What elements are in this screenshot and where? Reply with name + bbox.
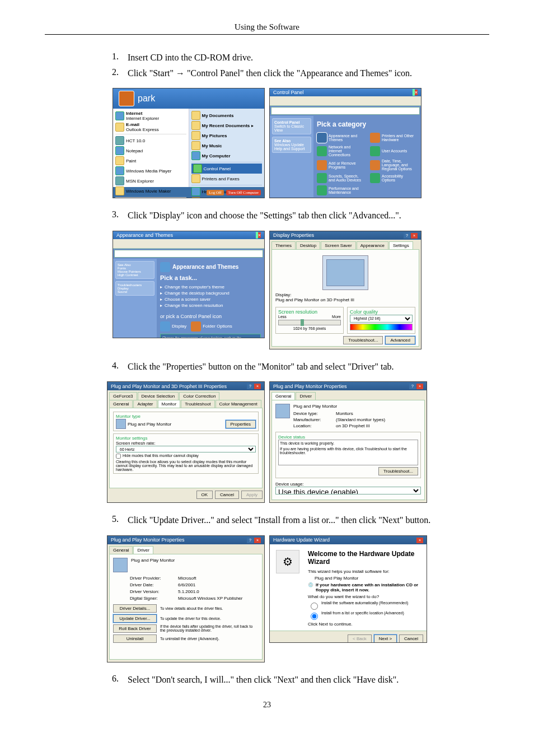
next-button[interactable]: Next > — [374, 634, 397, 643]
sm-wmp[interactable]: Windows Media Player — [115, 166, 186, 176]
cp-icon-folder-options[interactable]: Folder Options — [191, 321, 232, 332]
tab-themes[interactable]: Themes — [271, 241, 296, 249]
advanced-button[interactable]: Advanced — [385, 336, 415, 344]
ok-button[interactable]: OK — [382, 502, 399, 503]
color-quality-select[interactable]: Highest (32 bit) — [350, 315, 413, 323]
cancel-button[interactable]: Cancel — [399, 634, 423, 643]
sm-notepad[interactable]: Notepad — [115, 146, 186, 156]
cancel-button[interactable]: Cancel — [215, 491, 239, 499]
cancel-button[interactable]: Cancel — [401, 502, 425, 503]
cancel-button[interactable]: Cancel — [238, 662, 263, 662]
dv-dd-value: 6/6/2001 — [178, 582, 259, 587]
refresh-rate-select[interactable]: 60 Hertz — [116, 446, 256, 452]
cat-performance[interactable]: Performance and Maintenance — [317, 185, 364, 195]
task-res[interactable]: ▸ Change the screen resolution — [160, 303, 261, 308]
tab-appearance[interactable]: Appearance — [357, 241, 388, 249]
cp-wu[interactable]: Windows Update — [274, 143, 304, 147]
sm-msn[interactable]: MSN Explorer — [115, 176, 186, 186]
cat-sounds[interactable]: Sounds, Speech, and Audio Devices — [317, 173, 364, 183]
tab-monitor[interactable]: Monitor — [158, 400, 181, 408]
help-icon[interactable]: ? — [247, 538, 254, 543]
tab-general[interactable]: General — [271, 392, 295, 400]
close-icon[interactable]: × — [411, 233, 418, 239]
cp-hs[interactable]: Help and Support — [274, 147, 305, 151]
cat-appearance-themes[interactable]: Appearance and Themes — [317, 133, 364, 143]
task-bg[interactable]: ▸ Change the desktop background — [160, 291, 261, 296]
perf-icon — [317, 185, 327, 195]
sm-email[interactable]: E-mailOutlook Express — [115, 122, 186, 133]
tab-troubleshoot[interactable]: Troubleshoot — [181, 400, 214, 408]
tab-driver[interactable]: Driver — [296, 392, 315, 400]
cat-printers[interactable]: Printers and Other Hardware — [370, 133, 418, 143]
close-icon[interactable]: × — [254, 538, 261, 543]
cat-network[interactable]: Network and Internet Connections — [317, 145, 364, 157]
cat-users[interactable]: User Accounts — [370, 145, 418, 157]
apply-button[interactable]: Apply — [241, 491, 263, 499]
ok-button[interactable]: OK — [353, 349, 370, 349]
tab-desktop[interactable]: Desktop — [296, 241, 320, 249]
close-icon[interactable]: × — [416, 384, 423, 389]
driver-details-button[interactable]: Driver Details... — [113, 604, 157, 613]
sm-control-panel[interactable]: Control Panel — [191, 164, 263, 174]
tab-color-mgmt[interactable]: Color Management — [216, 400, 261, 408]
rollback-driver-button[interactable]: Roll Back Driver — [113, 624, 157, 633]
sm-wmm[interactable]: Windows Movie Maker — [115, 186, 186, 196]
help-icon[interactable]: ? — [404, 233, 410, 239]
cp-icon-display[interactable]: Display — [160, 321, 186, 332]
troubleshoot-button[interactable]: Troubleshoot... — [378, 467, 418, 475]
sm-pics[interactable]: My Pictures — [191, 130, 263, 141]
screenshot-advanced-monitor: Plug and Play Monitor and 3D Prophet III… — [107, 381, 265, 503]
sm-internet[interactable]: InternetInternet Explorer — [115, 110, 186, 122]
cp-addressbar[interactable] — [271, 107, 420, 115]
tab-geforce3[interactable]: GeForce3 — [109, 392, 137, 400]
back-button[interactable]: < Back — [348, 634, 372, 643]
troubleshoot-button[interactable]: Troubleshoot... — [343, 336, 383, 344]
mp-dt-label: Device type: — [293, 411, 332, 416]
tab-adapter[interactable]: Adapter — [133, 400, 157, 408]
close-icon[interactable]: × — [258, 232, 261, 238]
properties-button[interactable]: Properties — [226, 420, 256, 428]
cat-accessibility[interactable]: Accessibility Options — [370, 173, 418, 183]
step-1-num: 1. — [112, 52, 128, 64]
cancel-button[interactable]: Cancel — [372, 349, 396, 349]
sm-recent[interactable]: My Recent Documents ▸ — [191, 120, 263, 130]
task-ss[interactable]: ▸ Choose a screen saver — [160, 297, 261, 302]
uninstall-button[interactable]: Uninstall — [113, 634, 157, 643]
close-icon[interactable]: × — [415, 90, 418, 95]
sm-music[interactable]: My Music — [191, 141, 263, 151]
tab-screensaver[interactable]: Screen Saver — [321, 241, 355, 249]
sm-mydocs[interactable]: My Documents — [191, 110, 263, 120]
apply-button[interactable]: Apply — [398, 349, 419, 349]
radio-list[interactable]: Install from a list or specific location… — [308, 611, 421, 620]
cat-datetime[interactable]: Date, Time, Language, and Regional Optio… — [370, 159, 418, 171]
sm-printers[interactable]: Printers and Faxes — [191, 174, 263, 184]
resolution-slider[interactable] — [278, 320, 341, 325]
ok-button[interactable]: OK — [196, 491, 213, 499]
radio-auto[interactable]: Install the software automatically (Reco… — [308, 601, 421, 610]
tab-settings[interactable]: Settings — [389, 241, 413, 249]
ok-button[interactable]: OK — [220, 662, 237, 662]
cat-addremove[interactable]: Add or Remove Programs — [317, 159, 364, 171]
sm-hct[interactable]: HCT 10.0 — [115, 136, 186, 146]
step-2-num: 2. — [112, 67, 128, 80]
help-icon[interactable]: ? — [247, 384, 254, 389]
device-usage-select[interactable]: Use this device (enable) — [275, 487, 421, 494]
wz-q: What do you want the wizard to do? — [308, 594, 421, 599]
hide-modes-checkbox[interactable]: Hide modes that this monitor cannot disp… — [116, 454, 256, 459]
cp-switch-classic[interactable]: Switch to Classic View — [274, 124, 304, 132]
tab-color-correction[interactable]: Color Correction — [179, 392, 219, 400]
help-icon[interactable]: ? — [409, 384, 416, 389]
logoff-button[interactable]: Log Off — [207, 190, 224, 195]
close-icon[interactable]: × — [254, 384, 261, 389]
update-driver-button[interactable]: Update Driver... — [113, 614, 157, 623]
tab-driver[interactable]: Driver — [133, 546, 153, 554]
close-icon[interactable]: × — [416, 538, 423, 543]
tab-general[interactable]: General — [109, 400, 133, 408]
turnoff-button[interactable]: Turn Off Computer — [226, 190, 261, 195]
tab-general[interactable]: General — [109, 546, 133, 554]
sm-paint[interactable]: Paint — [115, 156, 186, 166]
task-theme[interactable]: ▸ Change the computer's theme — [160, 284, 261, 290]
sm-mycomp[interactable]: My Computer — [191, 151, 263, 161]
at-addressbar[interactable] — [114, 250, 263, 258]
tab-device-selection[interactable]: Device Selection — [138, 392, 179, 400]
